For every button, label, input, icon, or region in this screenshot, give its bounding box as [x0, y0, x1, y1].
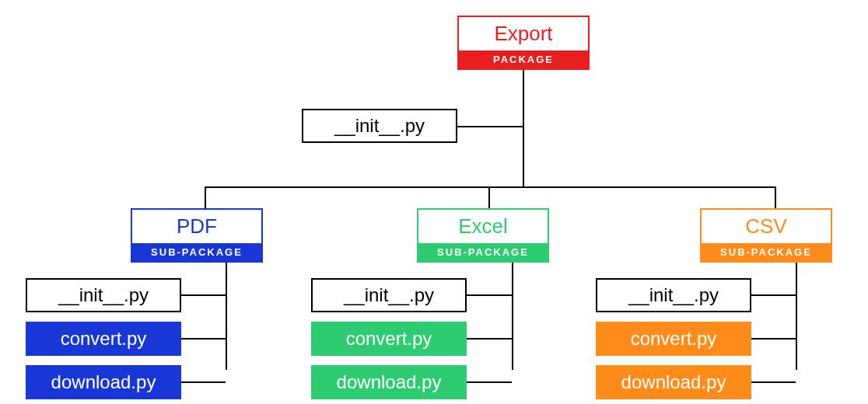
file-csv-__init__-py: __init__.py	[596, 278, 751, 312]
connector	[181, 294, 226, 296]
package-title: Export	[459, 17, 588, 50]
file-excel-download-py: download.py	[311, 365, 467, 399]
file-root-init: __init__.py	[302, 109, 457, 143]
subpackage-pdf: PDFSUB-PACKAGE	[131, 208, 263, 263]
connector	[181, 338, 226, 340]
subpackage-title: Excel	[418, 210, 548, 243]
connector	[205, 186, 206, 208]
subpackage-excel: ExcelSUB-PACKAGE	[417, 208, 549, 263]
file-pdf-convert-py: convert.py	[26, 322, 181, 356]
file-pdf-download-py: download.py	[26, 365, 181, 399]
connector	[205, 186, 776, 188]
connector	[751, 338, 796, 340]
subpackage-title: CSV	[702, 210, 831, 243]
package-export: Export PACKAGE	[457, 16, 590, 70]
connector	[457, 126, 523, 127]
connector	[775, 186, 776, 208]
subpackage-label: SUB-PACKAGE	[418, 243, 548, 261]
subpackage-label: SUB-PACKAGE	[702, 243, 831, 261]
connector	[751, 381, 796, 383]
connector	[181, 381, 226, 383]
connector	[488, 186, 490, 208]
connector	[751, 294, 796, 296]
file-csv-download-py: download.py	[596, 365, 751, 399]
file-csv-convert-py: convert.py	[596, 322, 751, 356]
file-excel-__init__-py: __init__.py	[311, 278, 467, 312]
file-excel-convert-py: convert.py	[311, 322, 467, 356]
connector	[512, 263, 513, 370]
connector	[226, 263, 227, 370]
connector	[467, 294, 512, 296]
connector	[467, 381, 512, 383]
connector	[467, 338, 512, 340]
file-pdf-__init__-py: __init__.py	[26, 278, 181, 312]
subpackage-label: SUB-PACKAGE	[132, 243, 261, 261]
package-label: PACKAGE	[459, 50, 588, 68]
subpackage-csv: CSVSUB-PACKAGE	[700, 208, 832, 263]
connector	[796, 263, 797, 370]
subpackage-title: PDF	[132, 210, 261, 243]
connector	[523, 70, 524, 188]
